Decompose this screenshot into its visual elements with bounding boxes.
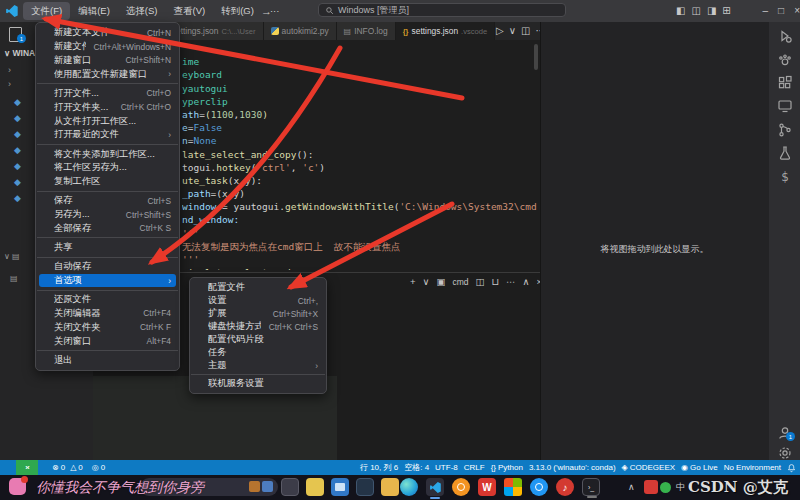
- test-icon[interactable]: [777, 145, 793, 161]
- magnifier-icon[interactable]: [530, 478, 548, 496]
- file-menu-item[interactable]: 首选项›: [39, 274, 176, 288]
- eol-sequence[interactable]: CRLF: [464, 463, 485, 472]
- run-python-icon[interactable]: ▷: [496, 26, 504, 36]
- environment-status[interactable]: No Environment: [724, 463, 781, 472]
- file-menu-item[interactable]: 新建窗口Ctrl+Shift+N: [36, 54, 179, 68]
- problems-indicator[interactable]: ⊗0 △0: [52, 463, 83, 472]
- preferences-submenu-item[interactable]: 任务: [190, 346, 326, 359]
- cursor-position[interactable]: 行 10, 列 6: [360, 462, 398, 473]
- terminal-instance-icon[interactable]: ▣: [437, 277, 446, 287]
- preferences-submenu-item[interactable]: 配置代码片段: [190, 333, 326, 346]
- ports-indicator[interactable]: ◎0: [92, 463, 105, 472]
- menubar-item[interactable]: 文件(F): [23, 2, 70, 20]
- file-menu-item[interactable]: 打开文件夹...Ctrl+K Ctrl+O: [36, 100, 179, 114]
- file-menu-item[interactable]: 从文件打开工作区...: [36, 114, 179, 128]
- file-diamond-icon[interactable]: ◆: [14, 129, 21, 139]
- terminal-cmd-icon[interactable]: ›_: [582, 478, 600, 496]
- file-menu-item[interactable]: 退出: [36, 353, 179, 367]
- preferences-submenu-item[interactable]: 设置Ctrl+,: [190, 294, 326, 307]
- toggle-panel-icon[interactable]: ◫: [691, 6, 700, 16]
- menubar-item[interactable]: 选择(S): [118, 0, 166, 22]
- indentation[interactable]: 空格: 4: [404, 462, 429, 473]
- store-icon[interactable]: [504, 478, 522, 496]
- file-menu-item[interactable]: 共享: [36, 241, 179, 255]
- wps-icon[interactable]: W: [478, 478, 496, 496]
- file-diamond-icon[interactable]: ◆: [14, 113, 21, 123]
- run-debug-icon[interactable]: [777, 28, 793, 44]
- search-orange-icon[interactable]: [452, 478, 470, 496]
- file-menu-item[interactable]: 新建文本文件Ctrl+N: [36, 26, 179, 40]
- minimize-icon[interactable]: –: [763, 6, 769, 16]
- python-interpreter[interactable]: 3.13.0 ('winauto': conda): [529, 463, 616, 472]
- folder-icon[interactable]: [381, 478, 399, 496]
- file-menu-item[interactable]: 另存为...Ctrl+Shift+S: [36, 208, 179, 222]
- file-menu-item[interactable]: 复制工作区: [36, 175, 179, 189]
- toggle-sidebar-icon[interactable]: ◧: [676, 6, 685, 16]
- file-diamond-icon[interactable]: ◆: [14, 177, 21, 187]
- search-highlight-thumb[interactable]: [262, 481, 273, 492]
- file-menu-item[interactable]: 使用配置文件新建窗口›: [36, 67, 179, 81]
- editor-tab[interactable]: ▤INFO.log: [337, 22, 396, 40]
- more-actions-icon[interactable]: ⋯: [506, 277, 516, 287]
- vscode-icon[interactable]: [426, 478, 444, 496]
- netease-music-icon[interactable]: ♪: [556, 478, 574, 496]
- code-editor[interactable]: imeeyboardyautoguiyperclipath=(1100,1030…: [182, 42, 538, 270]
- sticky-note-icon[interactable]: [306, 478, 324, 496]
- remote-explorer-icon[interactable]: [777, 98, 793, 114]
- file-menu-item[interactable]: 全部保存Ctrl+K S: [36, 221, 179, 235]
- launch-profile-dropdown-icon[interactable]: ∨: [423, 277, 430, 287]
- search-highlight-thumb[interactable]: [249, 481, 260, 492]
- maximize-panel-icon[interactable]: ∧: [522, 277, 529, 287]
- photos-icon[interactable]: [281, 478, 299, 496]
- window-icon[interactable]: [356, 478, 374, 496]
- restore-icon[interactable]: □: [778, 6, 784, 16]
- preferences-submenu-item[interactable]: 主题›: [190, 359, 326, 372]
- split-terminal-icon[interactable]: ◫: [476, 277, 485, 287]
- preferences-submenu-item[interactable]: 扩展Ctrl+Shift+X: [190, 307, 326, 320]
- kill-terminal-icon[interactable]: ⊔: [492, 277, 499, 287]
- preferences-submenu-item[interactable]: 配置文件: [190, 281, 326, 294]
- tray-red-icon[interactable]: [644, 480, 658, 494]
- preferences-submenu-item[interactable]: 联机服务设置: [190, 377, 326, 390]
- codegeex-icon[interactable]: $: [777, 168, 793, 184]
- settings-gear-icon[interactable]: [777, 445, 793, 461]
- file-diamond-icon[interactable]: ◆: [14, 161, 21, 171]
- encoding[interactable]: UTF-8: [435, 463, 458, 472]
- file-diamond-icon[interactable]: ◆: [14, 193, 21, 203]
- editor-tab[interactable]: autokimi2.py: [264, 22, 337, 40]
- split-editor-icon[interactable]: ◫: [521, 26, 530, 36]
- file-menu-item[interactable]: 保存Ctrl+S: [36, 194, 179, 208]
- extension-hand-icon[interactable]: [777, 51, 793, 67]
- remote-indicator[interactable]: ›‹: [16, 460, 38, 475]
- notifications-bell-icon[interactable]: [787, 463, 796, 473]
- new-terminal-icon[interactable]: +: [410, 277, 416, 287]
- command-center-search[interactable]: Windows [管理员]: [318, 3, 566, 17]
- language-mode[interactable]: {} Python: [491, 463, 523, 472]
- file-menu-item[interactable]: 打开文件...Ctrl+O: [36, 87, 179, 101]
- menubar-item[interactable]: 查看(V): [165, 0, 213, 22]
- file-diamond-icon[interactable]: ◆: [14, 97, 21, 107]
- picture-icon[interactable]: [331, 478, 349, 496]
- extensions-icon[interactable]: [777, 75, 793, 91]
- folder-chevron-icon[interactable]: ›: [8, 65, 11, 75]
- edge-icon[interactable]: [400, 478, 418, 496]
- toggle-secondary-sidebar-icon[interactable]: ◨: [707, 6, 716, 16]
- menubar-item[interactable]: 编辑(E): [70, 0, 118, 22]
- file-diamond-icon[interactable]: ◆: [14, 145, 21, 155]
- codegeex-status[interactable]: ◈ CODEGEEX: [622, 463, 676, 472]
- taskbar-pinned-app-icon[interactable]: [9, 478, 26, 495]
- close-icon[interactable]: ×: [794, 6, 800, 16]
- customize-layout-icon[interactable]: ⊞: [722, 6, 730, 16]
- file-menu-item[interactable]: 关闭编辑器Ctrl+F4: [36, 307, 179, 321]
- editor-scrollbar[interactable]: [534, 44, 538, 70]
- file-menu-item[interactable]: 关闭文件夹Ctrl+K F: [36, 320, 179, 334]
- file-menu-item[interactable]: 还原文件: [36, 293, 179, 307]
- back-icon[interactable]: ←: [241, 5, 252, 17]
- editor-tab[interactable]: {}settings.json.vscode: [396, 22, 496, 40]
- file-menu-item[interactable]: 自动保存: [36, 260, 179, 274]
- explorer-section-outline[interactable]: ∨ ▤: [4, 252, 20, 261]
- terminal-instance-label[interactable]: cmd: [453, 277, 469, 287]
- ime-indicator[interactable]: 中: [676, 478, 685, 496]
- tray-green-icon[interactable]: [660, 482, 671, 493]
- explorer-section-timeline[interactable]: ▤: [10, 274, 18, 283]
